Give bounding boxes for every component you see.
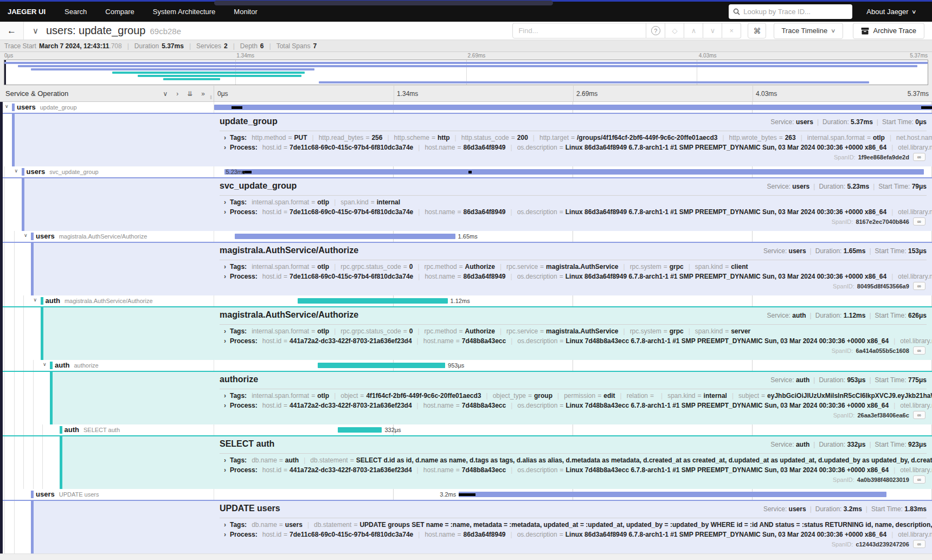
tags-row[interactable]: ›Tags:db.name=users|db.statement=UPDATE … <box>224 520 932 530</box>
span-row[interactable]: ∨userssvc_update_group5.23ms <box>0 166 932 177</box>
span-name-cell[interactable]: authSELECT auth <box>0 424 214 435</box>
span-detail-card[interactable]: magistrala.AuthService/AuthorizeService:… <box>0 242 932 295</box>
span-bar-cell[interactable]: 953μs <box>214 360 932 371</box>
tags-row[interactable]: ›Tags:db.name=auth|db.statement=SELECT d… <box>224 455 932 465</box>
collapse-trace-chevron[interactable]: ∨ <box>33 26 38 36</box>
chevron-right-icon[interactable]: › <box>224 402 226 409</box>
tags-row[interactable]: ›Tags:http.method=PUT|http.read_bytes=25… <box>224 133 932 143</box>
chevron-right-icon[interactable]: › <box>224 531 226 538</box>
trace-id-search-input[interactable] <box>743 8 848 16</box>
span-detail-card[interactable]: svc_update_groupService: users|Duration:… <box>0 177 932 231</box>
column-resizer[interactable]: ‖ <box>210 95 213 100</box>
clear-search-button[interactable]: × <box>722 23 741 38</box>
chevron-right-icon[interactable]: › <box>224 392 226 400</box>
span-duration-bar[interactable] <box>235 234 455 239</box>
chevron-right-icon[interactable]: › <box>224 273 226 280</box>
back-button[interactable]: ← <box>0 22 24 40</box>
span-duration-bar[interactable] <box>214 105 932 110</box>
expand-all-icon[interactable]: » <box>201 90 205 98</box>
deep-link-button[interactable]: ∞ <box>913 217 925 226</box>
process-row[interactable]: ›Process:host.id=7de11c68-69c0-415c-97b4… <box>224 143 932 152</box>
span-bar-cell[interactable]: 1.12ms <box>214 295 932 306</box>
deep-link-button[interactable]: ∞ <box>913 282 925 290</box>
span-name-cell[interactable]: ∨usersupdate_group <box>0 102 214 113</box>
nav-item-search[interactable]: Search <box>55 8 96 16</box>
span-name-cell[interactable]: ∨usersmagistrala.AuthService/Authorize <box>0 231 214 242</box>
chevron-right-icon[interactable]: › <box>224 198 226 206</box>
deep-link-button[interactable]: ∞ <box>913 540 925 548</box>
tags-row[interactable]: ›Tags:internal.span.format=otlp|object=4… <box>224 391 932 401</box>
process-row[interactable]: ›Process:host.id=7de11c68-69c0-415c-97b4… <box>224 272 932 281</box>
horizontal-scrollbar-thumb[interactable] <box>214 1 553 5</box>
span-row[interactable]: ∨usersupdate_group <box>0 102 932 113</box>
span-bar-cell[interactable]: 332μs <box>214 424 932 435</box>
keyboard-shortcuts-button[interactable]: ⌘ <box>748 23 766 38</box>
trace-view-select[interactable]: Trace Timeline ∨ <box>774 23 843 39</box>
deep-link-button[interactable]: ∞ <box>913 475 925 484</box>
tags-row[interactable]: ›Tags:internal.span.format=otlp|rpc.grpc… <box>224 326 932 336</box>
collapse-all-icon[interactable]: ⇊ <box>187 90 192 98</box>
chevron-right-icon[interactable]: › <box>224 456 226 464</box>
chevron-right-icon[interactable]: › <box>224 337 226 345</box>
chevron-right-icon[interactable]: › <box>224 263 226 271</box>
expand-one-icon[interactable]: › <box>176 90 178 98</box>
prev-result-button[interactable]: ∧ <box>684 23 703 38</box>
process-row[interactable]: ›Process:host.id=441a72a2-dc33-422f-8703… <box>224 465 932 475</box>
span-row[interactable]: ∨authauthorize953μs <box>0 360 932 371</box>
span-detail-card[interactable]: SELECT authService: auth|Duration: 332μs… <box>0 435 932 489</box>
process-row[interactable]: ›Process:host.id=7de11c68-69c0-415c-97b4… <box>224 207 932 217</box>
brand-jaeger-ui[interactable]: JAEGER UI <box>0 8 55 16</box>
chevron-right-icon[interactable]: › <box>224 327 226 335</box>
process-row[interactable]: ›Process:host.id=441a72a2-dc33-422f-8703… <box>224 401 932 410</box>
help-button[interactable]: ? <box>646 23 665 38</box>
tags-row[interactable]: ›Tags:internal.span.format=otlp|rpc.grpc… <box>224 262 932 272</box>
span-row[interactable]: authSELECT auth332μs <box>0 424 932 435</box>
horizontal-scrollbar-track[interactable] <box>0 553 932 560</box>
trace-id-search[interactable] <box>729 4 852 19</box>
span-row[interactable]: ∨usersmagistrala.AuthService/Authorize1.… <box>0 231 932 242</box>
span-bar-cell[interactable] <box>214 102 932 113</box>
next-result-button[interactable]: ∨ <box>703 23 722 38</box>
span-duration-bar[interactable] <box>459 492 886 497</box>
span-detail-card[interactable]: magistrala.AuthService/AuthorizeService:… <box>0 306 932 360</box>
span-bar-cell[interactable]: 3.2ms <box>214 489 932 500</box>
process-row[interactable]: ›Process:host.id=7de11c68-69c0-415c-97b4… <box>224 530 932 539</box>
span-name-cell[interactable]: ∨userssvc_update_group <box>0 166 214 177</box>
span-detail-card[interactable]: update_groupService: users|Duration: 5.3… <box>0 113 932 166</box>
collapse-one-icon[interactable]: ∨ <box>163 90 168 98</box>
process-row[interactable]: ›Process:host.id=441a72a2-dc33-422f-8703… <box>224 336 932 346</box>
span-collapse-chevron[interactable]: ∨ <box>43 362 47 367</box>
span-collapse-chevron[interactable]: ∨ <box>5 104 9 109</box>
span-detail-card[interactable]: UPDATE usersService: users|Duration: 3.2… <box>0 500 932 553</box>
span-row[interactable]: ∨authmagistrala.AuthService/Authorize1.1… <box>0 295 932 306</box>
span-duration-bar[interactable] <box>298 298 447 304</box>
nav-item-compare[interactable]: Compare <box>96 8 143 16</box>
span-duration-bar[interactable] <box>338 427 382 433</box>
span-name-cell[interactable]: ∨authmagistrala.AuthService/Authorize <box>0 295 214 306</box>
span-duration-bar[interactable] <box>318 363 445 368</box>
about-jaeger-menu[interactable]: About Jaeger ∨ <box>866 8 916 16</box>
chevron-right-icon[interactable]: › <box>224 466 226 474</box>
find-input[interactable] <box>512 23 646 38</box>
chevron-right-icon[interactable]: › <box>224 208 226 216</box>
nav-item-monitor[interactable]: Monitor <box>224 8 266 16</box>
deep-link-button[interactable]: ∞ <box>913 346 925 355</box>
span-collapse-chevron[interactable]: ∨ <box>24 233 28 238</box>
span-collapse-chevron[interactable]: ∨ <box>15 168 18 173</box>
chevron-right-icon[interactable]: › <box>224 144 226 151</box>
tags-row[interactable]: ›Tags:internal.span.format=otlp|span.kin… <box>224 197 932 207</box>
span-name-cell[interactable]: ∨authauthorize <box>0 360 214 371</box>
archive-trace-button[interactable]: Archive Trace <box>853 23 924 39</box>
chevron-right-icon[interactable]: › <box>224 134 226 141</box>
diamond-button[interactable]: ◇ <box>665 23 684 38</box>
span-bar-cell[interactable]: 1.65ms <box>214 231 932 242</box>
span-detail-card[interactable]: authorizeService: auth|Duration: 953μs|S… <box>0 371 932 424</box>
nav-item-system-architecture[interactable]: System Architecture <box>144 8 225 16</box>
deep-link-button[interactable]: ∞ <box>913 153 925 161</box>
span-row[interactable]: usersUPDATE users3.2ms <box>0 489 932 500</box>
chevron-right-icon[interactable]: › <box>224 521 226 529</box>
span-bar-cell[interactable]: 5.23ms <box>214 166 932 177</box>
span-name-cell[interactable]: usersUPDATE users <box>0 489 214 500</box>
span-duration-bar[interactable] <box>224 169 924 175</box>
deep-link-button[interactable]: ∞ <box>913 411 925 419</box>
